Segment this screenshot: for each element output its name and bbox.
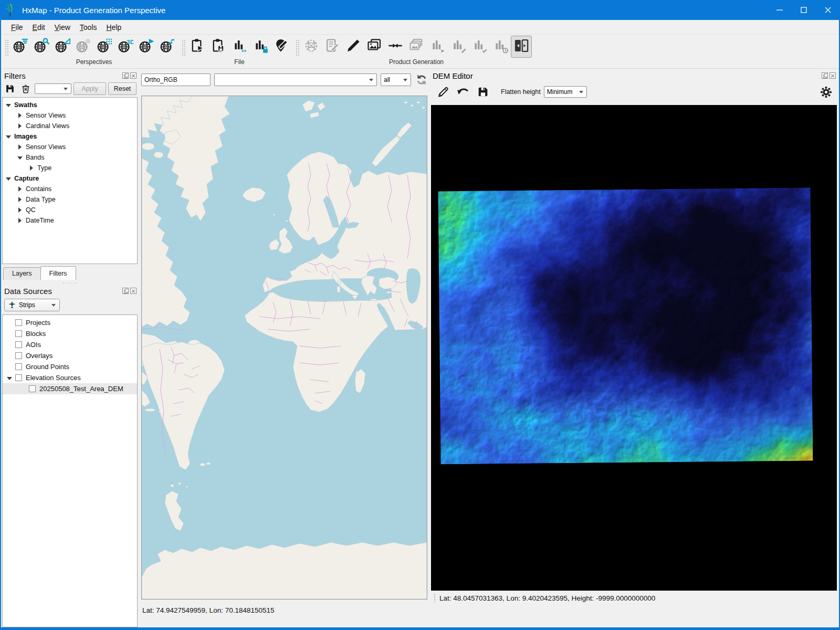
filter-tree-item-data-type[interactable]: Data Type xyxy=(3,194,137,205)
data-sources-close-icon[interactable] xyxy=(130,288,136,294)
report-edit-button[interactable] xyxy=(322,36,343,58)
load-session-button[interactable] xyxy=(187,36,208,58)
product-name-input[interactable] xyxy=(141,74,211,86)
data-source-item-blocks[interactable]: Blocks xyxy=(3,328,137,339)
chevron-right-icon[interactable] xyxy=(17,144,23,150)
data-source-item-aois[interactable]: AOIs xyxy=(3,339,137,350)
toolbar-grip[interactable] xyxy=(295,39,299,57)
checkbox[interactable] xyxy=(15,330,22,337)
filters-close-icon[interactable] xyxy=(130,72,136,79)
image-stack-button[interactable] xyxy=(406,36,427,58)
filter-tree-item-contains[interactable]: Contains xyxy=(3,184,137,194)
dem-editor-close-icon[interactable] xyxy=(830,72,836,79)
dem-undo-button[interactable] xyxy=(455,83,471,100)
filter-tree-item-swaths[interactable]: Swaths xyxy=(3,100,137,110)
checkbox[interactable] xyxy=(29,385,36,392)
flatten-height-combo[interactable]: Minimum xyxy=(544,86,587,98)
toolbar-grip[interactable] xyxy=(4,39,8,57)
filter-tree-item-images[interactable]: Images xyxy=(3,131,137,142)
data-source-item-projects[interactable]: Projects xyxy=(3,317,137,328)
filter-tree-item-capture[interactable]: Capture xyxy=(3,173,137,184)
filters-float-icon[interactable] xyxy=(122,72,129,79)
seamline-editor-button[interactable] xyxy=(385,36,406,58)
maximize-button[interactable] xyxy=(792,0,816,20)
perspective-filter-view[interactable] xyxy=(10,36,31,58)
chevron-down-icon[interactable] xyxy=(6,102,11,108)
chevron-right-icon[interactable] xyxy=(17,123,23,129)
data-lock-button[interactable] xyxy=(250,36,271,58)
chevron-right-icon[interactable] xyxy=(17,186,23,192)
edit-button[interactable] xyxy=(343,36,364,58)
chevron-right-icon[interactable] xyxy=(17,113,23,118)
filter-preset-combo[interactable] xyxy=(35,83,71,94)
run-job-button[interactable] xyxy=(427,36,448,58)
dem-settings-gear-button[interactable] xyxy=(818,84,834,100)
tab-filters[interactable]: Filters xyxy=(40,266,76,280)
close-button[interactable] xyxy=(816,0,840,20)
data-source-item-elevation-sources[interactable]: Elevation Sources xyxy=(3,372,137,383)
menu-view[interactable]: View xyxy=(50,22,75,33)
filter-tree-item-qc[interactable]: QC xyxy=(3,205,137,215)
dem-edit-pencil-button[interactable] xyxy=(435,83,452,100)
ground-point-edit-button[interactable] xyxy=(271,36,292,58)
filter-tree-item-sensor-views[interactable]: Sensor Views xyxy=(3,142,137,152)
perspective-settings[interactable] xyxy=(73,36,94,58)
chevron-right-icon[interactable] xyxy=(17,197,23,202)
reset-button[interactable]: Reset xyxy=(108,82,136,95)
world-map-view[interactable] xyxy=(141,96,427,600)
save-session-button[interactable] xyxy=(208,36,229,58)
chevron-down-icon[interactable] xyxy=(6,134,11,139)
perspective-search[interactable] xyxy=(31,36,52,58)
filter-tree-item-bands[interactable]: Bands xyxy=(3,152,137,163)
dem-editor-float-icon[interactable] xyxy=(822,72,828,79)
apply-button[interactable]: Apply xyxy=(74,82,106,95)
checkbox[interactable] xyxy=(15,374,22,381)
save-filter-button[interactable] xyxy=(3,82,17,96)
data-source-item-20250508-test-area-dem[interactable]: 20250508_Test_Area_DEM xyxy=(3,383,137,394)
filter-tree-item-type[interactable]: Type xyxy=(3,163,137,173)
perspective-3d[interactable]: 3D xyxy=(115,36,136,58)
dem-canvas-area[interactable] xyxy=(431,105,837,591)
menu-tools[interactable]: Tools xyxy=(75,22,102,33)
perspective-play[interactable] xyxy=(136,36,157,58)
checkbox[interactable] xyxy=(15,352,22,359)
toolbar-grip[interactable] xyxy=(181,39,185,57)
data-source-item-ground-points[interactable]: Ground Points xyxy=(3,361,137,372)
checkbox[interactable] xyxy=(15,363,22,370)
data-source-mode-combo[interactable]: Strips xyxy=(4,299,60,311)
panel-splitter-grip[interactable] xyxy=(62,282,78,284)
tab-layers[interactable]: Layers xyxy=(3,267,41,280)
chevron-down-icon[interactable] xyxy=(6,176,11,181)
minimize-button[interactable] xyxy=(768,0,792,20)
checkbox[interactable] xyxy=(15,319,22,326)
image-viewer-button[interactable] xyxy=(364,36,385,58)
ortho-mosaic-button[interactable] xyxy=(301,36,322,58)
data-exchange-button[interactable] xyxy=(229,36,250,58)
dem-save-button[interactable] xyxy=(475,83,491,100)
perspective-measure[interactable] xyxy=(52,36,73,58)
map-scope-combo[interactable]: all xyxy=(381,74,411,86)
dem-editor-toggle-button[interactable] xyxy=(511,36,532,58)
validate-job-button[interactable] xyxy=(469,36,490,58)
dem-raster[interactable] xyxy=(438,188,813,465)
data-sources-float-icon[interactable] xyxy=(122,288,129,294)
refresh-button[interactable] xyxy=(415,73,428,87)
checkbox[interactable] xyxy=(15,341,22,348)
filter-tree-item-cardinal-views[interactable]: Cardinal Views xyxy=(3,121,137,131)
data-source-item-overlays[interactable]: Overlays xyxy=(3,350,137,361)
chevron-down-icon[interactable] xyxy=(17,155,23,160)
perspective-tools[interactable] xyxy=(157,36,178,58)
menu-edit[interactable]: Edit xyxy=(28,22,50,33)
menu-help[interactable]: Help xyxy=(102,22,127,33)
map-filter-combo[interactable] xyxy=(214,74,377,86)
chevron-right-icon[interactable] xyxy=(29,165,34,171)
chevron-down-icon[interactable] xyxy=(7,375,12,381)
perspective-grid[interactable] xyxy=(94,36,115,58)
filter-tree-item-datetime[interactable]: DateTime xyxy=(3,215,137,226)
filter-tree-item-sensor-views[interactable]: Sensor Views xyxy=(3,110,137,121)
delete-filter-button[interactable] xyxy=(19,82,33,96)
chevron-right-icon[interactable] xyxy=(17,207,23,213)
schedule-job-button[interactable] xyxy=(490,36,511,58)
menu-file[interactable]: File xyxy=(6,22,28,33)
edit-job-button[interactable] xyxy=(448,36,469,58)
